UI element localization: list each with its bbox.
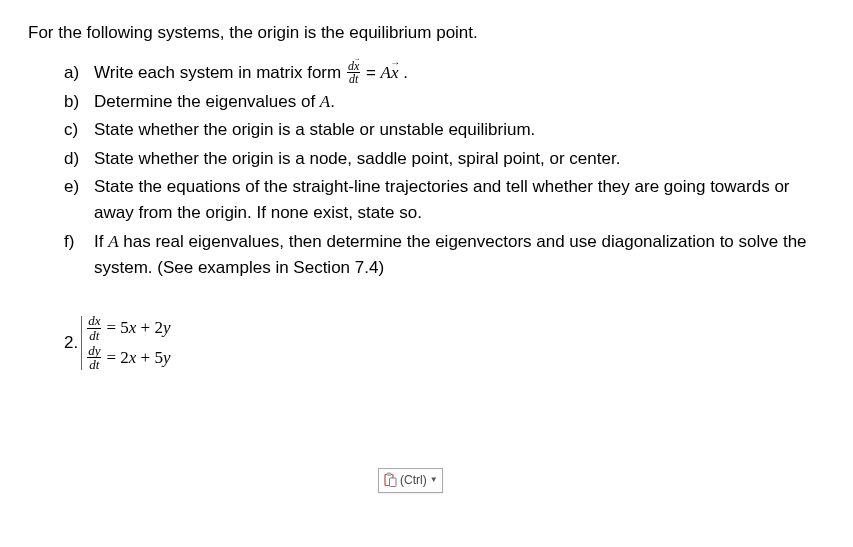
parts-list: a) Write each system in matrix form dxdt…: [64, 60, 825, 281]
part-b-text: Determine the eigenvalues of A.: [94, 89, 825, 115]
part-d-label: d): [64, 146, 94, 172]
part-b-label: b): [64, 89, 94, 115]
part-f: f) If A has real eigenvalues, then deter…: [64, 229, 825, 282]
part-f-text: If A has real eigenvalues, then determin…: [94, 229, 825, 282]
part-a: a) Write each system in matrix form dxdt…: [64, 60, 825, 87]
problem-number: 2.: [64, 330, 78, 356]
equation-1: dx dt = 5x + 2y: [86, 314, 170, 342]
part-a-text: Write each system in matrix form dxdt = …: [94, 60, 825, 87]
matrix-form-fraction: dxdt: [346, 60, 361, 86]
eq1-lhs: dx dt: [86, 314, 102, 342]
part-d-text: State whether the origin is a node, sadd…: [94, 146, 825, 172]
text-cursor: [81, 316, 82, 370]
part-d: d) State whether the origin is a node, s…: [64, 146, 825, 172]
part-b: b) Determine the eigenvalues of A.: [64, 89, 825, 115]
part-f-label: f): [64, 229, 94, 282]
intro-text: For the following systems, the origin is…: [28, 20, 825, 46]
eq2-rhs: = 2x + 5y: [106, 347, 170, 369]
svg-rect-1: [387, 473, 391, 475]
chevron-down-icon: ▼: [430, 474, 438, 486]
equation-system: dx dt = 5x + 2y dy dt = 2x + 5y: [86, 313, 170, 373]
problem-2: 2. dx dt = 5x + 2y dy dt = 2x + 5y: [64, 313, 825, 373]
part-e: e) State the equations of the straight-l…: [64, 174, 825, 227]
part-c-label: c): [64, 117, 94, 143]
part-a-label: a): [64, 60, 94, 87]
eq1-rhs: = 5x + 2y: [106, 317, 170, 339]
paste-options-label: (Ctrl): [400, 471, 427, 490]
equation-2: dy dt = 2x + 5y: [86, 344, 170, 372]
part-a-pre: Write each system in matrix form: [94, 63, 346, 82]
part-e-text: State the equations of the straight-line…: [94, 174, 825, 227]
matrix-form-x: x: [391, 60, 399, 86]
part-c: c) State whether the origin is a stable …: [64, 117, 825, 143]
paste-options-button[interactable]: (Ctrl) ▼: [378, 468, 443, 493]
clipboard-icon: [382, 472, 398, 488]
part-e-label: e): [64, 174, 94, 227]
part-c-text: State whether the origin is a stable or …: [94, 117, 825, 143]
eq2-lhs: dy dt: [86, 344, 102, 372]
matrix-form-eq: =: [361, 63, 380, 82]
svg-rect-2: [390, 478, 397, 487]
